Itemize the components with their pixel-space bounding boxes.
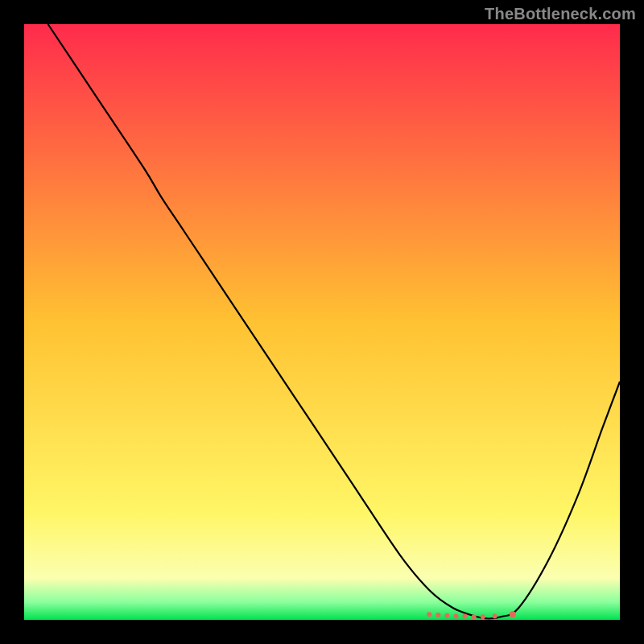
optimal-marker-dot: [472, 614, 477, 619]
optimal-marker-dot: [444, 613, 449, 618]
gradient-background: [24, 24, 620, 620]
optimal-marker-dot: [427, 612, 431, 617]
optimal-marker-dot: [454, 614, 459, 619]
bottleneck-chart: [0, 0, 644, 644]
optimal-marker-dot: [493, 614, 497, 619]
watermark-text: TheBottleneck.com: [485, 5, 636, 23]
optimal-marker-dot: [481, 614, 485, 619]
optimal-marker-dot: [510, 611, 516, 617]
chart-stage: TheBottleneck.com: [0, 0, 644, 644]
optimal-marker-dot: [463, 614, 468, 619]
optimal-marker-dot: [436, 613, 440, 617]
